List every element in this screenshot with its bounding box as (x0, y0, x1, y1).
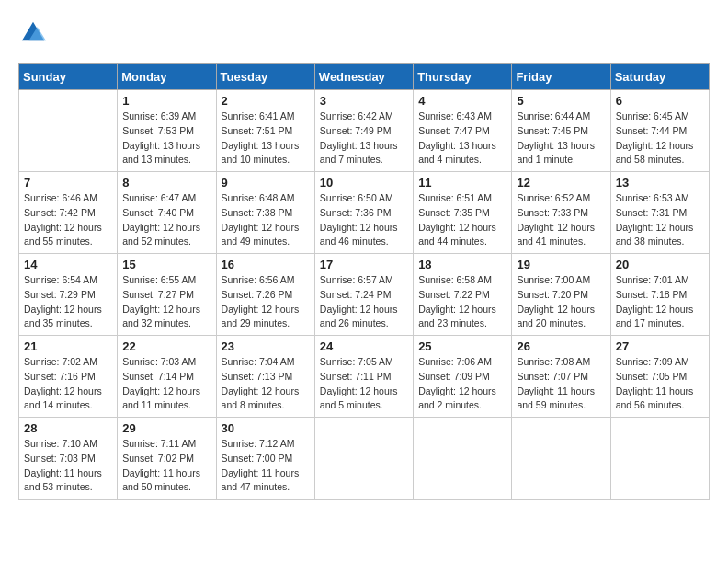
calendar-cell: 23Sunrise: 7:04 AMSunset: 7:13 PMDayligh… (216, 336, 314, 418)
day-number: 27 (616, 339, 704, 353)
calendar-cell: 24Sunrise: 7:05 AMSunset: 7:11 PMDayligh… (314, 336, 413, 418)
header-day-friday: Friday (512, 64, 610, 90)
logo-icon (20, 18, 46, 44)
day-number: 17 (320, 258, 408, 271)
calendar-cell: 4Sunrise: 6:43 AMSunset: 7:47 PMDaylight… (414, 90, 512, 172)
day-number: 13 (616, 176, 704, 190)
calendar-cell: 21Sunrise: 7:02 AMSunset: 7:16 PMDayligh… (19, 336, 118, 418)
day-detail: Sunrise: 6:43 AMSunset: 7:47 PMDaylight:… (418, 109, 506, 167)
calendar-cell: 25Sunrise: 7:06 AMSunset: 7:09 PMDayligh… (414, 336, 512, 418)
day-number: 21 (24, 339, 112, 353)
day-number: 19 (517, 258, 605, 271)
calendar-cell (414, 418, 512, 500)
calendar-cell: 20Sunrise: 7:01 AMSunset: 7:18 PMDayligh… (610, 254, 709, 336)
calendar-cell: 10Sunrise: 6:50 AMSunset: 7:36 PMDayligh… (314, 172, 413, 254)
calendar-cell: 19Sunrise: 7:00 AMSunset: 7:20 PMDayligh… (512, 254, 610, 336)
day-number: 15 (122, 258, 210, 271)
calendar-cell: 30Sunrise: 7:12 AMSunset: 7:00 PMDayligh… (216, 418, 314, 500)
day-number: 9 (222, 176, 310, 190)
day-detail: Sunrise: 6:45 AMSunset: 7:44 PMDaylight:… (616, 109, 704, 167)
day-number: 1 (122, 94, 210, 108)
header-day-monday: Monday (118, 64, 216, 90)
day-number: 30 (222, 421, 310, 435)
day-detail: Sunrise: 7:02 AMSunset: 7:16 PMDaylight:… (24, 355, 112, 413)
calendar-table: SundayMondayTuesdayWednesdayThursdayFrid… (18, 63, 710, 500)
day-detail: Sunrise: 7:05 AMSunset: 7:11 PMDaylight:… (320, 355, 408, 413)
week-row-1: 1Sunrise: 6:39 AMSunset: 7:53 PMDaylight… (19, 90, 710, 172)
calendar-cell: 2Sunrise: 6:41 AMSunset: 7:51 PMDaylight… (216, 90, 314, 172)
day-detail: Sunrise: 6:58 AMSunset: 7:22 PMDaylight:… (418, 273, 506, 331)
calendar-cell: 5Sunrise: 6:44 AMSunset: 7:45 PMDaylight… (512, 90, 610, 172)
logo-text (18, 18, 46, 49)
calendar-cell: 29Sunrise: 7:11 AMSunset: 7:02 PMDayligh… (118, 418, 216, 500)
day-number: 5 (517, 94, 605, 108)
day-number: 23 (222, 339, 310, 353)
day-number: 22 (122, 339, 210, 353)
page-header (18, 18, 710, 49)
day-detail: Sunrise: 6:55 AMSunset: 7:27 PMDaylight:… (122, 273, 210, 331)
calendar-cell (512, 418, 610, 500)
day-detail: Sunrise: 7:11 AMSunset: 7:02 PMDaylight:… (122, 437, 210, 495)
day-detail: Sunrise: 6:42 AMSunset: 7:49 PMDaylight:… (320, 109, 408, 167)
day-number: 4 (418, 94, 506, 108)
week-row-3: 14Sunrise: 6:54 AMSunset: 7:29 PMDayligh… (19, 254, 710, 336)
logo (18, 18, 46, 49)
day-number: 20 (616, 258, 704, 271)
calendar-cell: 18Sunrise: 6:58 AMSunset: 7:22 PMDayligh… (414, 254, 512, 336)
day-detail: Sunrise: 7:08 AMSunset: 7:07 PMDaylight:… (517, 355, 605, 413)
calendar-cell (19, 90, 118, 172)
header-day-sunday: Sunday (19, 64, 118, 90)
day-detail: Sunrise: 7:01 AMSunset: 7:18 PMDaylight:… (616, 273, 704, 331)
day-detail: Sunrise: 7:12 AMSunset: 7:00 PMDaylight:… (222, 437, 310, 495)
calendar-cell: 11Sunrise: 6:51 AMSunset: 7:35 PMDayligh… (414, 172, 512, 254)
day-detail: Sunrise: 6:54 AMSunset: 7:29 PMDaylight:… (24, 273, 112, 331)
week-row-5: 28Sunrise: 7:10 AMSunset: 7:03 PMDayligh… (19, 418, 710, 500)
day-detail: Sunrise: 6:56 AMSunset: 7:26 PMDaylight:… (222, 273, 310, 331)
calendar-cell: 12Sunrise: 6:52 AMSunset: 7:33 PMDayligh… (512, 172, 610, 254)
day-number: 3 (320, 94, 408, 108)
calendar-cell: 6Sunrise: 6:45 AMSunset: 7:44 PMDaylight… (610, 90, 709, 172)
calendar-cell (314, 418, 413, 500)
header-day-thursday: Thursday (414, 64, 512, 90)
day-number: 12 (517, 176, 605, 190)
day-detail: Sunrise: 7:06 AMSunset: 7:09 PMDaylight:… (418, 355, 506, 413)
day-detail: Sunrise: 7:00 AMSunset: 7:20 PMDaylight:… (517, 273, 605, 331)
day-detail: Sunrise: 6:48 AMSunset: 7:38 PMDaylight:… (222, 191, 310, 249)
day-number: 24 (320, 339, 408, 353)
day-number: 2 (222, 94, 310, 108)
calendar-cell: 26Sunrise: 7:08 AMSunset: 7:07 PMDayligh… (512, 336, 610, 418)
calendar-cell: 7Sunrise: 6:46 AMSunset: 7:42 PMDaylight… (19, 172, 118, 254)
day-detail: Sunrise: 7:10 AMSunset: 7:03 PMDaylight:… (24, 437, 112, 495)
calendar-cell: 22Sunrise: 7:03 AMSunset: 7:14 PMDayligh… (118, 336, 216, 418)
calendar-cell: 28Sunrise: 7:10 AMSunset: 7:03 PMDayligh… (19, 418, 118, 500)
header-day-wednesday: Wednesday (314, 64, 413, 90)
day-number: 28 (24, 421, 112, 435)
day-detail: Sunrise: 7:04 AMSunset: 7:13 PMDaylight:… (222, 355, 310, 413)
calendar-cell: 15Sunrise: 6:55 AMSunset: 7:27 PMDayligh… (118, 254, 216, 336)
day-number: 18 (418, 258, 506, 271)
day-detail: Sunrise: 6:46 AMSunset: 7:42 PMDaylight:… (24, 191, 112, 249)
calendar-cell: 14Sunrise: 6:54 AMSunset: 7:29 PMDayligh… (19, 254, 118, 336)
calendar-cell: 3Sunrise: 6:42 AMSunset: 7:49 PMDaylight… (314, 90, 413, 172)
day-detail: Sunrise: 6:41 AMSunset: 7:51 PMDaylight:… (222, 109, 310, 167)
day-detail: Sunrise: 7:09 AMSunset: 7:05 PMDaylight:… (616, 355, 704, 413)
calendar-cell: 16Sunrise: 6:56 AMSunset: 7:26 PMDayligh… (216, 254, 314, 336)
day-detail: Sunrise: 6:53 AMSunset: 7:31 PMDaylight:… (616, 191, 704, 249)
day-number: 29 (122, 421, 210, 435)
header-day-saturday: Saturday (610, 64, 709, 90)
day-number: 25 (418, 339, 506, 353)
day-number: 6 (616, 94, 704, 108)
calendar-cell: 27Sunrise: 7:09 AMSunset: 7:05 PMDayligh… (610, 336, 709, 418)
day-detail: Sunrise: 6:52 AMSunset: 7:33 PMDaylight:… (517, 191, 605, 249)
day-number: 11 (418, 176, 506, 190)
calendar-cell: 8Sunrise: 6:47 AMSunset: 7:40 PMDaylight… (118, 172, 216, 254)
week-row-4: 21Sunrise: 7:02 AMSunset: 7:16 PMDayligh… (19, 336, 710, 418)
calendar-cell: 9Sunrise: 6:48 AMSunset: 7:38 PMDaylight… (216, 172, 314, 254)
day-number: 26 (517, 339, 605, 353)
calendar-cell: 1Sunrise: 6:39 AMSunset: 7:53 PMDaylight… (118, 90, 216, 172)
day-detail: Sunrise: 6:51 AMSunset: 7:35 PMDaylight:… (418, 191, 506, 249)
day-number: 16 (222, 258, 310, 271)
day-detail: Sunrise: 6:47 AMSunset: 7:40 PMDaylight:… (122, 191, 210, 249)
day-detail: Sunrise: 6:57 AMSunset: 7:24 PMDaylight:… (320, 273, 408, 331)
header-row: SundayMondayTuesdayWednesdayThursdayFrid… (19, 64, 710, 90)
